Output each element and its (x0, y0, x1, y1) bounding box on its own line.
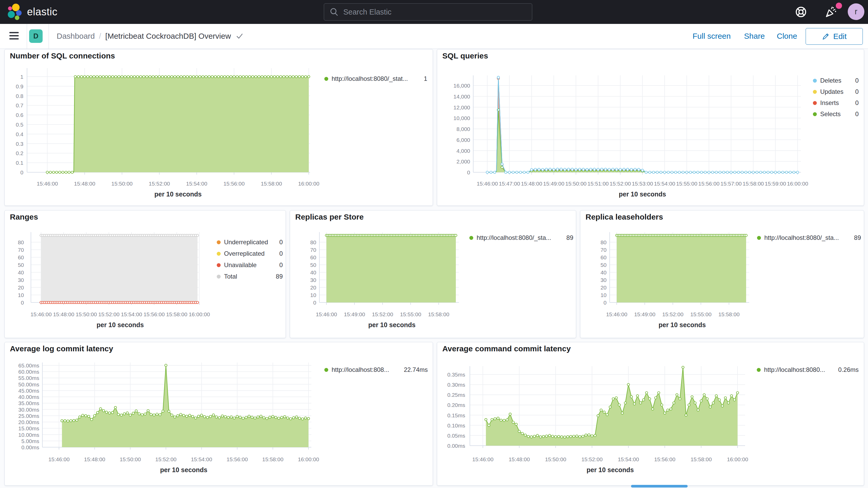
avatar-initial: r (855, 7, 857, 17)
svg-text:15:56:00: 15:56:00 (223, 181, 245, 187)
svg-text:0.8: 0.8 (16, 93, 23, 99)
legend-item-underreplicated[interactable]: Underreplicated0 (217, 239, 283, 246)
svg-text:10: 10 (310, 292, 316, 298)
clone-button[interactable]: Clone (777, 24, 797, 48)
check-icon[interactable] (236, 32, 244, 40)
svg-text:per 10 seconds: per 10 seconds (96, 321, 144, 329)
toolbar: D Dashboard / [Metricbeat CockroachDB] O… (0, 24, 868, 49)
legend-dot (813, 90, 817, 94)
legend-value: 0 (852, 99, 859, 106)
svg-text:0: 0 (20, 170, 23, 175)
svg-text:5.00ms: 5.00ms (21, 438, 39, 444)
svg-text:0.4: 0.4 (16, 131, 24, 137)
svg-text:1: 1 (20, 74, 23, 80)
edit-button[interactable]: Edit (806, 28, 863, 45)
svg-text:15:54:00: 15:54:00 (654, 181, 675, 187)
global-search[interactable] (324, 3, 532, 21)
svg-text:16,000: 16,000 (454, 83, 470, 89)
svg-text:50: 50 (18, 262, 24, 268)
legend-item-total[interactable]: Total89 (217, 273, 283, 280)
legend-label: http://localhost:8080... (764, 366, 825, 373)
legend-dot (217, 252, 221, 256)
svg-text:15:48:00: 15:48:00 (53, 311, 74, 317)
news-feed-icon[interactable] (824, 6, 837, 18)
legend-dot (813, 101, 817, 105)
menu-icon[interactable] (9, 30, 21, 42)
legend-item-updates[interactable]: Updates0 (813, 88, 859, 95)
svg-text:20: 20 (600, 284, 607, 291)
legend-label: http://localhost:8080/_sta... (764, 234, 839, 241)
legend-dot (217, 275, 221, 279)
svg-text:15:58:00: 15:58:00 (428, 311, 450, 317)
svg-text:10.00ms: 10.00ms (18, 432, 39, 438)
legend-value: 0 (277, 262, 283, 269)
svg-text:15:50:00: 15:50:00 (112, 181, 133, 187)
search-input[interactable] (343, 7, 532, 17)
svg-text:15:52:00: 15:52:00 (149, 181, 170, 187)
svg-text:15:50:00: 15:50:00 (75, 311, 97, 317)
elastic-logo-icon (7, 3, 23, 20)
space-avatar[interactable]: D (29, 29, 42, 43)
svg-text:0.10ms: 0.10ms (447, 423, 465, 428)
svg-text:15:56:00: 15:56:00 (227, 456, 248, 462)
svg-text:15:46:00: 15:46:00 (316, 311, 337, 317)
legend-item-http-localhost-808[interactable]: http://localhost:808...22.74ms (324, 366, 428, 373)
svg-text:4,000: 4,000 (456, 148, 470, 154)
legend-item-http-localhost-8080[interactable]: http://localhost:8080...0.26ms (757, 366, 859, 373)
svg-text:15:58:00: 15:58:00 (718, 311, 740, 317)
svg-text:15:49:00: 15:49:00 (634, 311, 655, 317)
svg-text:0.3: 0.3 (16, 141, 23, 147)
legend-item-inserts[interactable]: Inserts0 (813, 99, 859, 106)
legend-dot (469, 236, 473, 240)
legend-item-selects[interactable]: Selects0 (813, 111, 859, 118)
legend-label: http://localhost:808... (332, 366, 389, 373)
svg-text:40: 40 (310, 270, 316, 275)
legend-value: 89 (273, 273, 283, 280)
legend-value: 0 (277, 239, 283, 246)
svg-text:30: 30 (600, 277, 607, 283)
help-icon[interactable] (795, 6, 807, 18)
elastic-logo[interactable]: elastic (7, 3, 57, 20)
svg-text:60: 60 (310, 254, 316, 261)
breadcrumb-dashboard[interactable]: Dashboard (57, 32, 95, 40)
svg-text:0: 0 (313, 300, 316, 306)
share-button[interactable]: Share (744, 24, 765, 48)
horizontal-scrollbar-thumb[interactable] (631, 485, 688, 487)
svg-text:15:54:00: 15:54:00 (186, 181, 207, 187)
svg-text:15:46:00: 15:46:00 (30, 311, 52, 317)
svg-text:15:46:00: 15:46:00 (472, 456, 494, 462)
legend-item-http-localhost-8080-sta[interactable]: http://localhost:8080/_sta...89 (757, 234, 861, 241)
svg-text:15:50:00: 15:50:00 (120, 456, 141, 462)
svg-text:0.00ms: 0.00ms (447, 443, 465, 449)
svg-text:70: 70 (310, 247, 316, 253)
svg-text:15:57:00: 15:57:00 (720, 181, 742, 187)
full-screen-button[interactable]: Full screen (692, 24, 731, 48)
legend-item-http-localhost-8080-sta[interactable]: http://localhost:8080/_sta...89 (469, 234, 573, 241)
user-avatar[interactable]: r (848, 3, 864, 20)
legend-dot (324, 368, 328, 372)
legend-item-http-localhost-8080-stat[interactable]: http://localhost:8080/_stat...1 (324, 75, 427, 82)
svg-text:15:48:00: 15:48:00 (84, 456, 105, 462)
svg-text:40.00ms: 40.00ms (18, 394, 39, 400)
sql-connections-chart: 15:46:0015:48:0015:50:0015:52:0015:54:00… (5, 49, 433, 206)
svg-text:15:46:00: 15:46:00 (37, 181, 58, 187)
svg-text:20: 20 (310, 284, 316, 291)
legend-value: 0 (277, 250, 283, 257)
svg-text:15:52:00: 15:52:00 (155, 456, 177, 462)
legend-dot (813, 79, 817, 83)
svg-text:0.2: 0.2 (16, 150, 23, 156)
svg-text:15:55:00: 15:55:00 (690, 311, 712, 317)
svg-text:15:59:00: 15:59:00 (765, 181, 786, 187)
svg-text:15:52:00: 15:52:00 (610, 181, 631, 187)
svg-text:25.00ms: 25.00ms (18, 413, 39, 419)
svg-text:per 10 seconds: per 10 seconds (368, 321, 415, 329)
svg-text:65.00ms: 65.00ms (18, 363, 39, 368)
legend-item-overreplicated[interactable]: Overreplicated0 (217, 250, 283, 257)
svg-text:70: 70 (600, 247, 607, 253)
legend-item-deletes[interactable]: Deletes0 (813, 77, 859, 84)
svg-text:35.00ms: 35.00ms (18, 400, 39, 406)
legend-item-unavailable[interactable]: Unavailable0 (217, 262, 283, 269)
svg-text:14,000: 14,000 (454, 94, 470, 99)
panel-ranges: Ranges 15:46:0015:48:0015:50:0015:52:001… (4, 210, 286, 338)
divider (49, 24, 49, 49)
